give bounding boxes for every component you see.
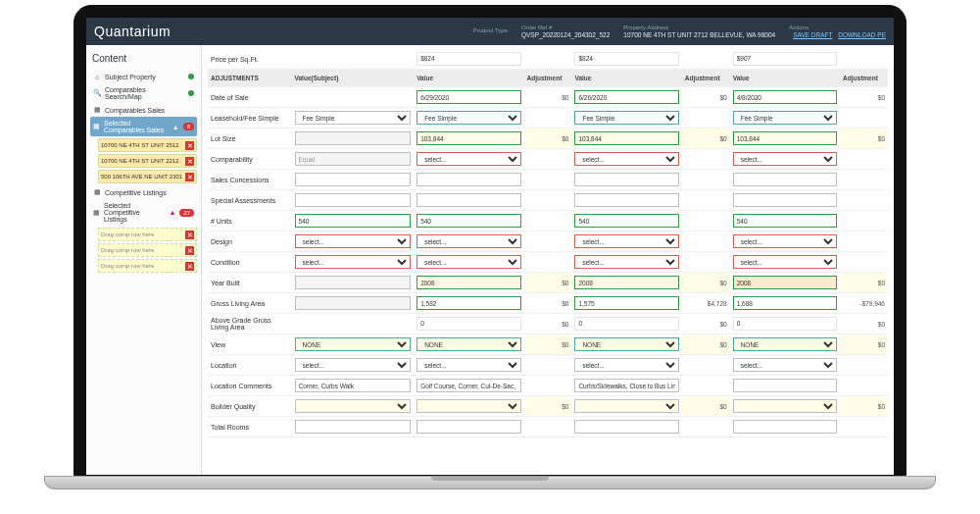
design-select[interactable]: select...: [733, 234, 837, 248]
location-comments-input[interactable]: [416, 379, 520, 392]
date-input[interactable]: [574, 90, 678, 104]
location-comments-input[interactable]: [574, 379, 678, 392]
sidebar-item-competitive-listings[interactable]: ▦ Competitive Listings: [90, 185, 197, 199]
drag-drop-slot[interactable]: Drag comp row here ✕: [98, 228, 197, 241]
row-label: Builder Quality: [208, 396, 292, 417]
save-draft-link[interactable]: SAVE DRAFT: [793, 31, 832, 38]
row-label: Lot Size: [208, 128, 292, 149]
location-select-subject[interactable]: select...: [295, 358, 412, 372]
status-dot-green: [188, 74, 194, 79]
row-price-per-sqft: Price per Sq.Ft. $824 $824 $907: [208, 49, 888, 70]
sales-concessions-input[interactable]: [416, 173, 520, 186]
selected-comp-item[interactable]: 500 106TH AVE NE UNIT 2301 ✕: [98, 170, 197, 183]
gla-input[interactable]: [733, 296, 837, 310]
builder-select[interactable]: [733, 399, 837, 413]
location-select[interactable]: select...: [733, 358, 837, 372]
sidebar-item-comparables-search[interactable]: 🔍 Comparables Search/Map: [90, 83, 197, 103]
total-rooms-input[interactable]: [416, 420, 520, 434]
remove-icon[interactable]: ✕: [185, 141, 194, 150]
comparability-select[interactable]: select...: [416, 152, 520, 166]
download-link[interactable]: DOWNLOAD PE: [838, 31, 886, 38]
design-select[interactable]: select...: [416, 234, 520, 248]
remove-icon[interactable]: ✕: [185, 173, 194, 181]
sidebar-item-selected-comp-sales[interactable]: ▦ Selected Comparables Sales ▲ 8: [90, 117, 197, 136]
adjustment-cell: $0: [524, 273, 572, 293]
units-input[interactable]: [733, 214, 837, 228]
date-input[interactable]: [416, 90, 520, 104]
special-assess-input[interactable]: [574, 193, 678, 207]
row-label: View: [208, 334, 292, 355]
special-assess-input[interactable]: [295, 193, 412, 207]
adjustment-cell: $0: [524, 87, 572, 108]
adjustment-cell: $0: [524, 293, 572, 314]
design-select[interactable]: select...: [574, 234, 678, 248]
condition-select[interactable]: select...: [574, 255, 678, 269]
row-label: # Units: [208, 211, 292, 231]
builder-select[interactable]: [416, 399, 520, 413]
location-comments-input[interactable]: [733, 379, 837, 392]
sidebar-item-comparable-sales[interactable]: ▦ Comparables Sales: [90, 103, 197, 117]
units-input[interactable]: [574, 214, 678, 228]
condition-select[interactable]: select...: [416, 255, 520, 269]
date-input[interactable]: [733, 90, 837, 104]
total-rooms-input[interactable]: [574, 420, 678, 434]
header-adjustment: Adjustment: [682, 70, 730, 87]
sidebar-item-selected-comp-listings[interactable]: ▦ Selected Competitive Listings ▲ 27: [90, 199, 197, 226]
condition-select[interactable]: select...: [733, 255, 837, 269]
leasehold-select-subject[interactable]: Fee Simple: [295, 111, 412, 125]
condition-select-subject[interactable]: select...: [295, 255, 412, 269]
row-leasehold: Leasehold/Fee Simple Fee Simple Fee Simp…: [208, 108, 888, 128]
builder-select-subject[interactable]: [295, 399, 412, 413]
total-rooms-input[interactable]: [733, 420, 837, 434]
remove-icon[interactable]: ✕: [185, 246, 194, 255]
view-select[interactable]: NONE: [574, 337, 678, 351]
view-select-subject[interactable]: NONE: [295, 337, 412, 351]
sales-concessions-input[interactable]: [733, 173, 837, 186]
special-assess-input[interactable]: [733, 193, 837, 207]
remove-icon[interactable]: ✕: [185, 157, 194, 166]
gla-input[interactable]: [416, 296, 520, 310]
warning-icon: ▲: [172, 124, 179, 130]
design-select-subject[interactable]: select...: [295, 234, 412, 248]
view-select[interactable]: NONE: [733, 337, 837, 351]
remove-icon[interactable]: ✕: [185, 231, 194, 239]
view-select[interactable]: NONE: [416, 337, 520, 351]
location-select[interactable]: select...: [574, 358, 678, 372]
sales-concessions-input[interactable]: [295, 173, 412, 186]
sales-concessions-input[interactable]: [574, 173, 678, 186]
selected-comp-label: 10700 NE 4TH ST UNIT 2512: [101, 142, 179, 148]
builder-select[interactable]: [574, 399, 678, 413]
row-year-built: Year Built $0 $0 $0: [208, 273, 888, 293]
adjustment-cell: $0: [840, 396, 888, 417]
remove-icon[interactable]: ✕: [185, 262, 194, 271]
year-input[interactable]: [733, 276, 837, 289]
comparability-select[interactable]: select...: [733, 152, 837, 166]
leasehold-select[interactable]: Fee Simple: [733, 111, 837, 125]
location-comments-input-subject[interactable]: [295, 379, 412, 392]
lot-size-input[interactable]: [574, 131, 678, 145]
drag-drop-slot[interactable]: Drag comp row here ✕: [98, 243, 197, 257]
row-label: Price per Sq.Ft.: [208, 49, 292, 70]
leasehold-select[interactable]: Fee Simple: [574, 111, 678, 125]
year-input[interactable]: [416, 276, 520, 289]
leasehold-select[interactable]: Fee Simple: [416, 111, 520, 125]
units-input[interactable]: [416, 214, 520, 228]
adjustments-table: Price per Sq.Ft. $824 $824 $907 ADJUSTME…: [208, 49, 888, 437]
top-actions: Actions SAVE DRAFT DOWNLOAD PE: [789, 25, 886, 39]
lot-size-input[interactable]: [733, 131, 837, 145]
gla-input[interactable]: [574, 296, 678, 310]
drag-drop-slot[interactable]: Drag comp row here ✕: [98, 259, 197, 273]
adjustment-cell: $0: [682, 314, 730, 334]
total-rooms-input[interactable]: [295, 420, 412, 434]
special-assess-input[interactable]: [416, 193, 520, 207]
header-value-subject: Value(Subject): [292, 70, 415, 87]
value-cell: 0: [733, 317, 837, 331]
sidebar-item-subject-property[interactable]: ⌂ Subject Property: [90, 70, 197, 83]
selected-comp-item[interactable]: 10700 NE 4TH ST UNIT 2512 ✕: [98, 138, 197, 152]
units-input-subject[interactable]: [295, 214, 412, 228]
year-input[interactable]: [574, 276, 678, 289]
selected-comp-item[interactable]: 10700 NE 4TH ST UNIT 2212 ✕: [98, 154, 197, 168]
location-select[interactable]: select...: [416, 358, 520, 372]
comparability-select[interactable]: select...: [574, 152, 678, 166]
lot-size-input[interactable]: [416, 131, 520, 145]
